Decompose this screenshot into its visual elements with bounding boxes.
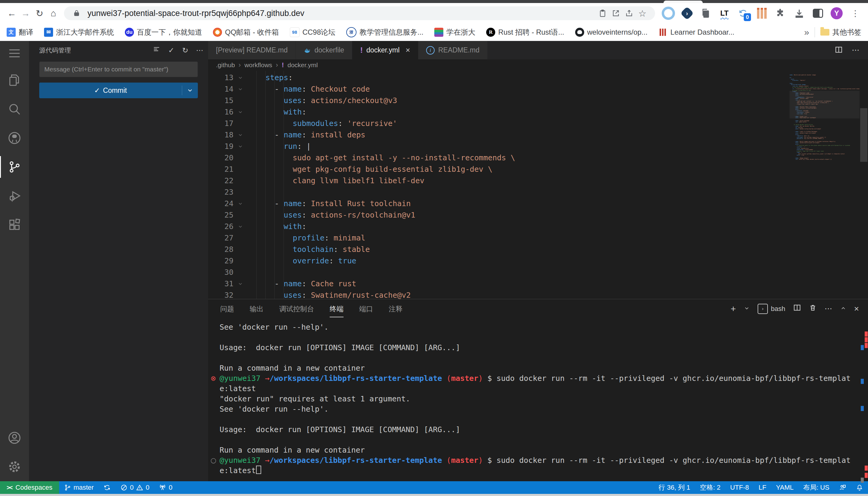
close-panel-icon[interactable]: × xyxy=(854,304,859,314)
back-icon[interactable]: ← xyxy=(5,6,19,20)
code-line[interactable]: 23 xyxy=(208,187,868,198)
branch-indicator[interactable]: master xyxy=(59,481,99,494)
reload-icon[interactable]: ↻ xyxy=(33,6,46,20)
home-icon[interactable]: ⌂ xyxy=(46,6,60,20)
settings-gear-icon[interactable] xyxy=(0,452,29,481)
sync-extension-icon[interactable]: 0 xyxy=(735,6,751,20)
code-line[interactable]: 16 with: xyxy=(208,106,868,118)
navy-chevron-extension-icon[interactable]: › xyxy=(679,6,695,20)
editor-tab-readme-md[interactable]: iREADME.md xyxy=(418,41,488,59)
eol-sequence[interactable]: LF xyxy=(754,481,771,494)
bookmark-cc98[interactable]: 98CC98论坛 xyxy=(290,27,335,37)
encoding[interactable]: UTF-8 xyxy=(725,481,754,494)
bullets-extension-icon[interactable] xyxy=(754,6,770,20)
browser-menu-icon[interactable]: ⋮ xyxy=(848,6,863,20)
address-bar[interactable]: yunwei37-potential-space-trout-rpr5qwj66… xyxy=(64,6,655,20)
editor-tab--preview-readme-md[interactable]: [Preview] README.md xyxy=(208,41,296,59)
code-line[interactable]: 15 uses: actions/checkout@v3 xyxy=(208,95,868,106)
code-line[interactable]: 28 toolchain: stable xyxy=(208,244,868,255)
open-in-new-icon[interactable] xyxy=(609,6,623,20)
breadcrumb-file[interactable]: docker.yml xyxy=(287,61,318,69)
bookmark-star-icon[interactable]: ☆ xyxy=(636,6,649,20)
bookmark-qqmail[interactable]: QQ邮箱 - 收件箱 xyxy=(213,27,279,37)
account-icon[interactable] xyxy=(0,423,29,452)
keyboard-layout[interactable]: 布局: US xyxy=(798,481,834,494)
copy-pages-extension-icon[interactable] xyxy=(698,6,714,20)
side-panel-icon[interactable] xyxy=(810,6,826,20)
bookmark-xzzd[interactable]: 学在浙大 xyxy=(434,27,475,37)
editor-tab-docker-yml[interactable]: !docker.yml× xyxy=(352,41,418,59)
panel-tab[interactable]: 问题 xyxy=(220,300,234,317)
forward-icon[interactable]: → xyxy=(19,6,33,20)
extensions-icon[interactable] xyxy=(0,210,29,239)
split-editor-icon[interactable] xyxy=(835,46,843,55)
editor-tab-dockerfile[interactable]: dockerfile xyxy=(296,41,352,59)
bookmark-translate[interactable]: 文翻译 xyxy=(6,27,33,37)
browser-active-tab-sliver[interactable] xyxy=(663,1,703,3)
code-line[interactable]: 27 profile: minimal xyxy=(208,232,868,244)
code-line[interactable]: 25 uses: actions-rs/toolchain@v1 xyxy=(208,210,868,221)
commit-dropdown-icon[interactable] xyxy=(182,87,198,94)
menu-icon[interactable] xyxy=(0,41,29,66)
commit-message-input[interactable] xyxy=(39,61,198,77)
github-icon[interactable] xyxy=(0,124,29,153)
search-icon[interactable] xyxy=(0,95,29,124)
code-editor[interactable]: 13 steps:14 - name: Checkout code15 uses… xyxy=(208,71,868,299)
ports-indicator[interactable]: 0 xyxy=(154,481,177,494)
breadcrumb-workflows[interactable]: workflows xyxy=(244,61,272,69)
explorer-icon[interactable] xyxy=(0,66,29,95)
bookmark-github[interactable]: weloveinterns/op... xyxy=(575,28,647,37)
editor-scrollbar[interactable] xyxy=(859,71,868,299)
code-line[interactable]: 14 - name: Checkout code xyxy=(208,83,868,95)
downloads-icon[interactable] xyxy=(791,6,807,20)
terminal-output[interactable]: See 'docker run --help'.Usage: docker ru… xyxy=(208,319,868,481)
more-actions-icon[interactable]: ⋯ xyxy=(196,46,203,55)
code-line[interactable]: 24 - name: Install Rust toolchain xyxy=(208,198,868,210)
url-text[interactable]: yunwei37-potential-space-trout-rpr5qwj66… xyxy=(88,9,596,18)
profile-avatar[interactable]: Y xyxy=(829,6,844,20)
code-line[interactable]: 26 with: xyxy=(208,221,868,232)
panel-more-actions-icon[interactable]: ⋯ xyxy=(825,304,833,313)
feedback-icon[interactable] xyxy=(834,481,851,494)
terminal-dropdown-icon[interactable] xyxy=(744,304,750,313)
new-terminal-icon[interactable]: + xyxy=(731,304,736,314)
refresh-icon[interactable]: ↻ xyxy=(182,46,188,55)
commit-button[interactable]: ✓ Commit xyxy=(39,82,198,98)
bookmark-baidu[interactable]: du百度一下，你就知道 xyxy=(125,27,202,37)
code-line[interactable]: 13 steps: xyxy=(208,72,868,83)
code-line[interactable]: 17 submodules: 'recursive' xyxy=(208,118,868,129)
code-line[interactable]: 21 wget pkg-config build-essential zlib1… xyxy=(208,164,868,175)
terminal-instance[interactable]: › bash xyxy=(758,304,785,314)
languagetool-extension-icon[interactable]: LT xyxy=(717,6,732,20)
code-line[interactable]: 19 run: | xyxy=(208,141,868,152)
remote-indicator[interactable]: >< Codespaces xyxy=(0,481,59,494)
cursor-position[interactable]: 行 36, 列 1 xyxy=(654,481,695,494)
maximize-panel-icon[interactable] xyxy=(840,304,846,313)
puzzle-extensions-icon[interactable] xyxy=(773,6,788,20)
kill-terminal-icon[interactable] xyxy=(809,304,817,314)
code-line[interactable]: 31 - name: Cache rust xyxy=(208,278,868,290)
share-icon[interactable] xyxy=(623,6,636,20)
split-terminal-icon[interactable] xyxy=(793,304,801,314)
minimap-viewport[interactable] xyxy=(790,91,859,119)
blue-ring-extension-icon[interactable] xyxy=(660,6,676,20)
run-debug-icon[interactable] xyxy=(0,182,29,210)
minimap[interactable]: name: Build and publish docker imageon: … xyxy=(790,71,859,299)
panel-tab[interactable]: 终端 xyxy=(330,300,344,317)
code-line[interactable]: 30 xyxy=(208,267,868,278)
panel-tab[interactable]: 输出 xyxy=(250,300,264,317)
clipboard-icon[interactable] xyxy=(596,6,609,20)
sync-status[interactable] xyxy=(99,481,116,494)
code-line[interactable]: 32 uses: Swatinem/rust-cache@v2 xyxy=(208,290,868,299)
code-line[interactable]: 22 clang llvm libelf1 libelf-dev xyxy=(208,175,868,187)
other-bookmarks-folder[interactable]: 其他书签 xyxy=(820,27,862,37)
commit-check-icon[interactable]: ✓ xyxy=(168,46,174,55)
code-line[interactable]: 18 - name: install deps xyxy=(208,129,868,141)
bookmark-zjumail[interactable]: ✉浙江大学邮件系统 xyxy=(44,27,114,37)
bookmark-rust[interactable]: RRust 招聘 - Rust语... xyxy=(486,27,564,37)
language-mode[interactable]: YAML xyxy=(771,481,798,494)
notifications-bell-icon[interactable] xyxy=(851,481,868,494)
problems-indicator[interactable]: 0 0 xyxy=(116,481,154,494)
bookmark-zju[interactable]: 浙教学管理信息服务... xyxy=(346,27,423,37)
bookmarks-overflow-icon[interactable]: » xyxy=(804,27,809,37)
